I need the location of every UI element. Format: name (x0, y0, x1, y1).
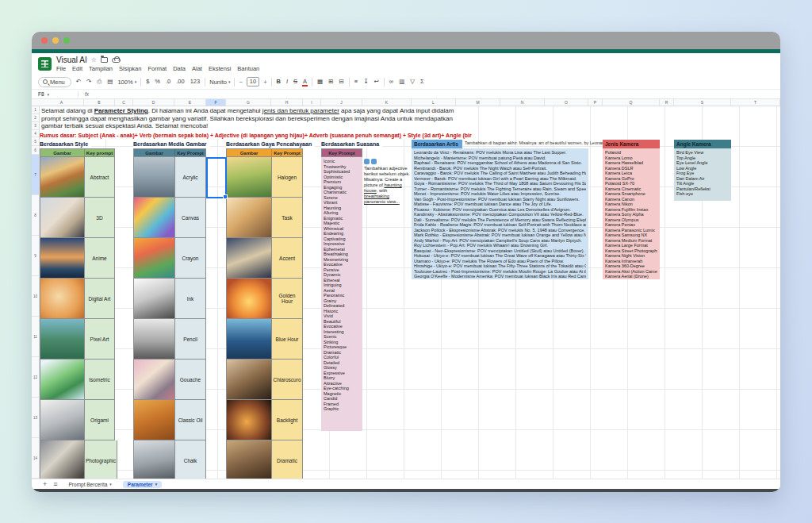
thumbnail-image[interactable] (227, 319, 272, 359)
column-header[interactable]: O (545, 99, 588, 106)
artist-entry[interactable]: Hiroshige - Ukiyo-e: POV membuat lukisan… (414, 263, 586, 269)
key-prompt-cell[interactable]: Classic Oil (175, 400, 206, 440)
key-prompt-cell[interactable]: Isometric (85, 360, 115, 399)
menu-item[interactable]: Tampilan (89, 65, 113, 72)
functions-button[interactable]: Σ (419, 77, 425, 87)
key-prompt-cell[interactable]: Blue Hour (272, 319, 303, 359)
row-header[interactable]: 13 (32, 398, 39, 438)
row-header[interactable]: 12 (32, 357, 39, 398)
zoom-select[interactable]: 100%▾ (117, 79, 136, 86)
media-image-column-header[interactable]: Gambar (134, 149, 175, 156)
row-header[interactable]: 5 (32, 137, 39, 146)
bold-button[interactable]: B (276, 77, 282, 87)
mood-word[interactable]: Graphic (324, 406, 360, 412)
key-prompt-cell[interactable]: Chiaroscuro (272, 360, 303, 399)
thumbnail-image[interactable] (40, 400, 85, 440)
row-header[interactable]: 2 (32, 114, 39, 122)
document-title[interactable]: Visual AI (56, 56, 87, 64)
thumbnail-image[interactable] (134, 360, 175, 399)
thumbnail-image[interactable] (227, 440, 272, 479)
key-prompt-cell[interactable]: Acrylic (175, 157, 206, 197)
row-header[interactable]: 1 (32, 106, 39, 114)
artist-entry[interactable]: Frida Kahlo - Realisme Magis: POV membua… (414, 222, 586, 228)
thumbnail-image[interactable] (40, 279, 85, 318)
row-header[interactable]: 6 (32, 146, 39, 155)
artist-entry[interactable]: Hokusai - Ukiyo-e: POV membuat lukisan T… (414, 253, 586, 259)
merge-cells-button[interactable]: ⊟ (338, 77, 344, 87)
maximize-window-button[interactable] (63, 37, 70, 44)
add-sheet-button[interactable]: + (43, 480, 47, 488)
mood-note[interactable]: Tambahkan adjective berikut sebelum obje… (364, 159, 410, 205)
thumbnail-image[interactable] (40, 198, 85, 237)
thumbnail-image[interactable] (227, 279, 272, 318)
undo-button[interactable]: ↶ (75, 77, 82, 87)
thumbnail-image[interactable] (40, 440, 85, 479)
increase-decimal-button[interactable]: .00 (175, 77, 185, 87)
menu-item[interactable]: Edit (72, 65, 82, 72)
text-color-button[interactable]: A (302, 78, 308, 87)
artist-entry[interactable]: Goya - Romantisisme: POV melukis The Thi… (414, 181, 586, 187)
insert-link-button[interactable]: ∞ (389, 77, 394, 87)
thumbnail-image[interactable] (40, 157, 85, 197)
insert-chart-button[interactable]: ▥ (398, 77, 405, 87)
decrease-decimal-button[interactable]: .0 (165, 77, 171, 87)
font-size-input[interactable]: 10 (247, 77, 259, 87)
camera-section-header[interactable]: Jenis Kamera (603, 140, 660, 148)
borders-button[interactable]: ⊞ (327, 77, 334, 87)
column-header[interactable]: M (456, 99, 500, 106)
sheet-tab-prompt-bercerita[interactable]: Prompt Bercerita▾ (64, 481, 117, 488)
intro-cell[interactable]: Selamat datang di Parameter Styling. Di … (40, 106, 472, 130)
artist-entry[interactable]: Raphael - Renaisans: POV menggambar Scho… (414, 160, 586, 166)
strikethrough-button[interactable]: S (293, 77, 298, 87)
all-sheets-button[interactable]: ≡ (53, 480, 57, 488)
row-header[interactable]: 8 (32, 195, 39, 236)
column-header[interactable]: F (206, 99, 226, 106)
recipe-cell[interactable]: Rumus dasar: Subject (Anak - anak)+ Verb… (40, 131, 472, 140)
mood-prompt-column-header[interactable]: Key Prompt (322, 149, 362, 156)
row-header[interactable]: 10 (32, 276, 39, 317)
key-prompt-cell[interactable]: Backlight (272, 400, 303, 440)
artist-entry[interactable]: Caravaggio - Barok: POV melukis The Call… (414, 171, 586, 176)
print-button[interactable]: ⎙ (96, 77, 102, 87)
key-prompt-cell[interactable]: Abstract (85, 157, 115, 197)
thumbnail-image[interactable] (134, 279, 175, 318)
artist-entry[interactable]: Kandinsky - Abstraksionisme: POV mencipt… (414, 212, 586, 217)
column-header[interactable]: A (40, 99, 84, 106)
horizontal-align-button[interactable]: ≡ (354, 77, 358, 87)
paint-format-button[interactable]: ▤ (106, 77, 113, 87)
menus-search-pill[interactable]: Menu (38, 77, 71, 87)
text-wrap-button[interactable]: ↩ (373, 77, 379, 87)
row-header[interactable]: 7 (32, 155, 39, 195)
redo-button[interactable]: ↷ (86, 77, 92, 87)
artist-entry[interactable]: Monet - Impresionisme: POV melukis Water… (414, 191, 586, 197)
more-formats-button[interactable]: 123 (190, 77, 201, 87)
key-prompt-cell[interactable]: Golden Hour (272, 279, 303, 318)
thumbnail-image[interactable] (227, 360, 272, 399)
row-header[interactable]: 3 (32, 122, 39, 130)
column-header[interactable]: S (674, 99, 731, 106)
thumbnail-image[interactable] (134, 198, 175, 237)
thumbnail-image[interactable] (134, 400, 175, 440)
key-prompt-cell[interactable]: Ink (175, 279, 206, 318)
artist-entry[interactable]: Mark Rothko - Ekspresionisme Abstrak: PO… (414, 233, 586, 238)
menu-item[interactable]: Ekstensi (209, 65, 231, 72)
artist-entry[interactable]: Georgia O'Keeffe - Modernisme Amerika: P… (414, 274, 586, 279)
key-prompt-cell[interactable]: Anime (85, 238, 115, 278)
media-prompt-column-header[interactable]: Key Prompt (175, 149, 205, 156)
camera-entry[interactable]: Kamera Aerial (Drone) (605, 274, 657, 279)
key-prompt-cell[interactable]: Halogen (272, 157, 303, 197)
key-prompt-cell[interactable]: Pixel Art (85, 319, 115, 359)
key-prompt-cell[interactable]: Dramatic (272, 440, 303, 479)
column-header[interactable]: K (362, 99, 412, 106)
artist-section-header[interactable]: Berdasarkan Artis (412, 140, 462, 148)
key-prompt-cell[interactable]: Pencil (175, 319, 206, 359)
lighting-prompt-column-header[interactable]: Key Prompt (272, 149, 302, 156)
column-header[interactable]: C (115, 99, 133, 106)
lighting-section-title[interactable]: Berdasarkan Gaya Pencahayaan (226, 140, 315, 148)
row-header[interactable]: 14 (32, 438, 39, 479)
close-window-button[interactable] (41, 37, 48, 44)
selected-cell-outline[interactable] (206, 157, 227, 198)
column-header[interactable]: P (588, 99, 603, 106)
column-header[interactable]: L (412, 99, 456, 106)
thumbnail-image[interactable] (134, 157, 175, 197)
